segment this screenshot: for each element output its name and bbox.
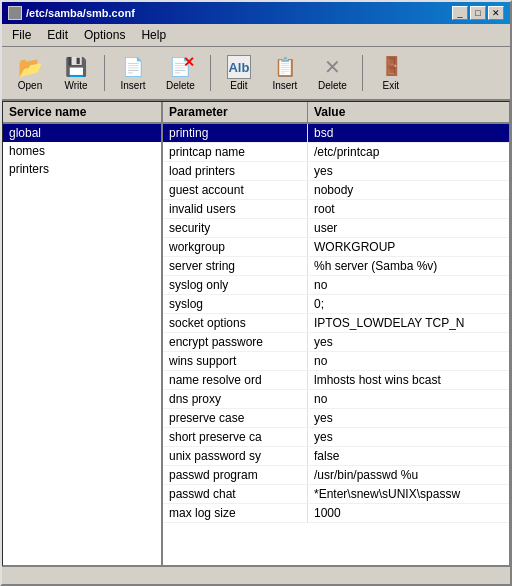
menu-options[interactable]: Options xyxy=(78,26,131,44)
param-value: 1000 xyxy=(308,504,509,522)
minimize-button[interactable]: _ xyxy=(452,6,468,20)
menu-file[interactable]: File xyxy=(6,26,37,44)
title-buttons: _ □ ✕ xyxy=(452,6,504,20)
param-value: lmhosts host wins bcast xyxy=(308,371,509,389)
write-label: Write xyxy=(64,80,87,91)
col-header-value: Value xyxy=(308,102,509,122)
param-row[interactable]: short preserve cayes xyxy=(163,428,509,447)
service-panel: Service name global homes printers xyxy=(3,102,163,565)
param-row[interactable]: printingbsd xyxy=(163,124,509,143)
write-icon: 💾 xyxy=(64,55,88,79)
exit-label: Exit xyxy=(382,80,399,91)
param-name: security xyxy=(163,219,308,237)
param-name: short preserve ca xyxy=(163,428,308,446)
params-header: Parameter Value xyxy=(163,102,509,124)
param-name: workgroup xyxy=(163,238,308,256)
content-area: Service name global homes printers Param… xyxy=(2,101,510,566)
delete-icon: ✕ xyxy=(320,55,344,79)
exit-icon: 🚪 xyxy=(379,55,403,79)
param-value: /etc/printcap xyxy=(308,143,509,161)
insert-button[interactable]: 📋 Insert xyxy=(263,51,307,95)
open-label: Open xyxy=(18,80,42,91)
param-row[interactable]: printcap name/etc/printcap xyxy=(163,143,509,162)
open-button[interactable]: 📂 Open xyxy=(8,51,52,95)
param-row[interactable]: unix password syfalse xyxy=(163,447,509,466)
param-row[interactable]: preserve caseyes xyxy=(163,409,509,428)
window-title: /etc/samba/smb.conf xyxy=(26,7,135,19)
main-window: /etc/samba/smb.conf _ □ ✕ File Edit Opti… xyxy=(0,0,512,586)
param-name: passwd program xyxy=(163,466,308,484)
param-row[interactable]: securityuser xyxy=(163,219,509,238)
menu-bar: File Edit Options Help xyxy=(2,24,510,47)
menu-edit[interactable]: Edit xyxy=(41,26,74,44)
toolbar-sep-3 xyxy=(362,55,363,91)
edit-button[interactable]: Alb Edit xyxy=(217,51,261,95)
title-bar: /etc/samba/smb.conf _ □ ✕ xyxy=(2,2,510,24)
param-value: yes xyxy=(308,428,509,446)
param-name: syslog xyxy=(163,295,308,313)
edit-icon: Alb xyxy=(227,55,251,79)
service-list: global homes printers xyxy=(3,124,161,565)
close-button[interactable]: ✕ xyxy=(488,6,504,20)
toolbar-sep-2 xyxy=(210,55,211,91)
param-value: bsd xyxy=(308,124,509,142)
param-row[interactable]: name resolve ordlmhosts host wins bcast xyxy=(163,371,509,390)
param-value: root xyxy=(308,200,509,218)
param-name: passwd chat xyxy=(163,485,308,503)
param-value: yes xyxy=(308,409,509,427)
service-item-printers[interactable]: printers xyxy=(3,160,161,178)
param-name: guest account xyxy=(163,181,308,199)
param-row[interactable]: passwd program/usr/bin/passwd %u xyxy=(163,466,509,485)
param-name: name resolve ord xyxy=(163,371,308,389)
param-row[interactable]: passwd chat*Enter\snew\sUNIX\spassw xyxy=(163,485,509,504)
param-value: %h server (Samba %v) xyxy=(308,257,509,275)
title-bar-left: /etc/samba/smb.conf xyxy=(8,6,135,20)
write-button[interactable]: 💾 Write xyxy=(54,51,98,95)
param-name: max log size xyxy=(163,504,308,522)
params-panel: Parameter Value printingbsdprintcap name… xyxy=(163,102,509,565)
param-value: WORKGROUP xyxy=(308,238,509,256)
param-row[interactable]: load printersyes xyxy=(163,162,509,181)
service-item-homes[interactable]: homes xyxy=(3,142,161,160)
param-value: no xyxy=(308,390,509,408)
menu-help[interactable]: Help xyxy=(135,26,172,44)
delete-doc-icon: 📄✕ xyxy=(168,55,192,79)
param-row[interactable]: socket optionsIPTOS_LOWDELAY TCP_N xyxy=(163,314,509,333)
param-row[interactable]: max log size1000 xyxy=(163,504,509,523)
param-value: yes xyxy=(308,333,509,351)
param-row[interactable]: wins supportno xyxy=(163,352,509,371)
service-panel-header: Service name xyxy=(3,102,161,124)
param-row[interactable]: guest accountnobody xyxy=(163,181,509,200)
insert-doc-button[interactable]: 📄 Insert xyxy=(111,51,155,95)
param-name: dns proxy xyxy=(163,390,308,408)
param-name: unix password sy xyxy=(163,447,308,465)
delete-doc-button[interactable]: 📄✕ Delete xyxy=(157,51,204,95)
param-value: false xyxy=(308,447,509,465)
param-value: user xyxy=(308,219,509,237)
param-value: nobody xyxy=(308,181,509,199)
maximize-button[interactable]: □ xyxy=(470,6,486,20)
delete-label: Delete xyxy=(318,80,347,91)
param-value: no xyxy=(308,276,509,294)
service-item-global[interactable]: global xyxy=(3,124,161,142)
toolbar-sep-1 xyxy=(104,55,105,91)
insert-doc-label: Insert xyxy=(120,80,145,91)
window-icon xyxy=(8,6,22,20)
edit-label: Edit xyxy=(230,80,247,91)
param-value: /usr/bin/passwd %u xyxy=(308,466,509,484)
param-value: no xyxy=(308,352,509,370)
param-row[interactable]: encrypt passworeyes xyxy=(163,333,509,352)
exit-button[interactable]: 🚪 Exit xyxy=(369,51,413,95)
param-value: yes xyxy=(308,162,509,180)
param-value: 0; xyxy=(308,295,509,313)
param-row[interactable]: syslog0; xyxy=(163,295,509,314)
param-row[interactable]: workgroupWORKGROUP xyxy=(163,238,509,257)
param-row[interactable]: syslog onlyno xyxy=(163,276,509,295)
param-name: syslog only xyxy=(163,276,308,294)
param-value: IPTOS_LOWDELAY TCP_N xyxy=(308,314,509,332)
param-row[interactable]: server string%h server (Samba %v) xyxy=(163,257,509,276)
param-row[interactable]: invalid usersroot xyxy=(163,200,509,219)
params-list: printingbsdprintcap name/etc/printcaploa… xyxy=(163,124,509,565)
delete-button[interactable]: ✕ Delete xyxy=(309,51,356,95)
param-row[interactable]: dns proxyno xyxy=(163,390,509,409)
